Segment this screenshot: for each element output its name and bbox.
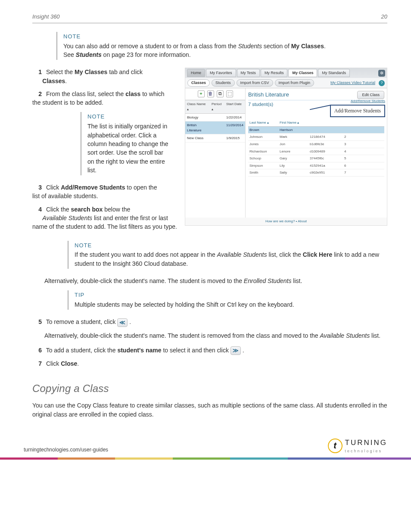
col-classname[interactable]: Class Name ▴ — [185, 100, 210, 113]
subtab-students[interactable]: Students — [212, 79, 235, 87]
add-remove-students-link[interactable]: Add/Remove Students — [330, 99, 385, 104]
report-icon[interactable]: ⬚ — [226, 90, 233, 97]
txt-b: Students — [76, 51, 102, 58]
student-row[interactable]: SimpsonLily4152941a6 — [248, 162, 384, 170]
col-lastname[interactable]: Last Name ▴ — [248, 119, 278, 126]
footer-url: turningtechnologies.com/user-guides — [24, 446, 108, 454]
step-5: 5 To remove a student, click ≪ . — [32, 317, 387, 327]
txt: See — [63, 51, 76, 58]
student-row[interactable]: JohnsonMark121864742 — [248, 134, 384, 141]
edit-class-button[interactable]: Edit Class — [357, 91, 384, 99]
txt: on page 23 for more information. — [102, 51, 191, 58]
delete-class-icon[interactable]: 🗑 — [207, 90, 214, 97]
student-row[interactable]: SchoopGary37445f6c5 — [248, 155, 384, 162]
step-6: 6 To add a student, click the student's … — [32, 346, 387, 355]
student-row[interactable]: RichardsonLenored10094894 — [248, 148, 384, 156]
txt: You can also add or remove a student to … — [63, 43, 238, 50]
tab-home[interactable]: Home — [187, 69, 205, 77]
tab-standards[interactable]: My Standards — [318, 69, 350, 77]
class-row[interactable]: Biology1/22/2014 — [185, 114, 245, 122]
subtab-classes[interactable]: Classes — [187, 79, 210, 87]
txt: . — [324, 43, 326, 50]
subtab-import-csv[interactable]: Import from CSV — [237, 79, 273, 87]
tab-favorites[interactable]: My Favorites — [206, 69, 236, 77]
page-header: Insight 360 20 — [32, 13, 387, 23]
page-number: 20 — [381, 13, 387, 21]
video-tutorial-link[interactable]: My Classes Video Tutorial — [330, 80, 375, 86]
help-icon[interactable]: ? — [379, 80, 385, 86]
col-id — [308, 119, 343, 126]
product-title: Insight 360 — [32, 13, 60, 21]
step-7: 7 Click Close. — [32, 359, 387, 368]
txt: section of — [262, 43, 291, 50]
student-row[interactable]: BrownHarrison — [248, 127, 384, 134]
add-class-icon[interactable]: + — [198, 90, 205, 97]
txt-b: My Classes — [291, 43, 324, 50]
txt-em: Students — [238, 43, 262, 50]
tab-classes[interactable]: My Classes — [288, 69, 317, 77]
embedded-screenshot: Home My Favorites My Tests My Results My… — [185, 68, 387, 226]
section-title-copying: Copying a Class — [32, 381, 387, 396]
app-footer-links[interactable]: How are we doing? • About — [185, 218, 387, 225]
logo-icon: t — [328, 439, 342, 453]
tab-tests[interactable]: My Tests — [237, 69, 260, 77]
gear-icon[interactable]: ✲ — [378, 70, 385, 77]
class-row[interactable]: New Class1/9/2015 — [185, 134, 245, 143]
student-row[interactable]: SmithSallyc902e9517 — [248, 169, 384, 177]
copying-body: You can use the Copy Class feature to cr… — [32, 401, 387, 419]
turning-logo: t TURNING technologies — [328, 438, 387, 454]
note-title: NOTE — [63, 33, 387, 41]
col-firstname[interactable]: First Name ▴ — [278, 119, 308, 126]
col-startdate[interactable]: Start Date — [224, 100, 245, 113]
rainbow-divider — [0, 457, 411, 460]
tab-results[interactable]: My Results — [261, 69, 288, 77]
col-period[interactable]: Period ▴ — [210, 100, 224, 113]
student-row[interactable]: JonesJonb1d6fe3e3 — [248, 141, 384, 148]
tip-block-1: TIP Multiple students may be selected by… — [68, 290, 387, 310]
note-block-2: NOTE The list is initially organized in … — [81, 112, 171, 175]
step-2: 2 From the class list, select the class … — [32, 90, 166, 107]
callout-label: Add/Remove Students — [330, 105, 385, 117]
note-block-1: NOTE You can also add or remove a studen… — [56, 32, 387, 60]
subtab-import-plugin[interactable]: Import from Plugin — [275, 79, 314, 87]
remove-icon[interactable]: ≪ — [117, 318, 128, 327]
step-3: 3 Click Add/Remove Students to open the … — [32, 183, 166, 201]
note-block-3: NOTE If the student you want to add does… — [68, 241, 387, 269]
copy-class-icon[interactable]: ⧉ — [217, 90, 224, 97]
add-icon[interactable]: ≫ — [230, 346, 241, 355]
step-5-alt: Alternatively, double-click the student'… — [44, 331, 387, 340]
alt-line: Alternatively, double-click the student'… — [44, 277, 387, 285]
col-num — [343, 119, 356, 126]
class-row[interactable]: British Literature11/20/2014 — [185, 121, 245, 134]
